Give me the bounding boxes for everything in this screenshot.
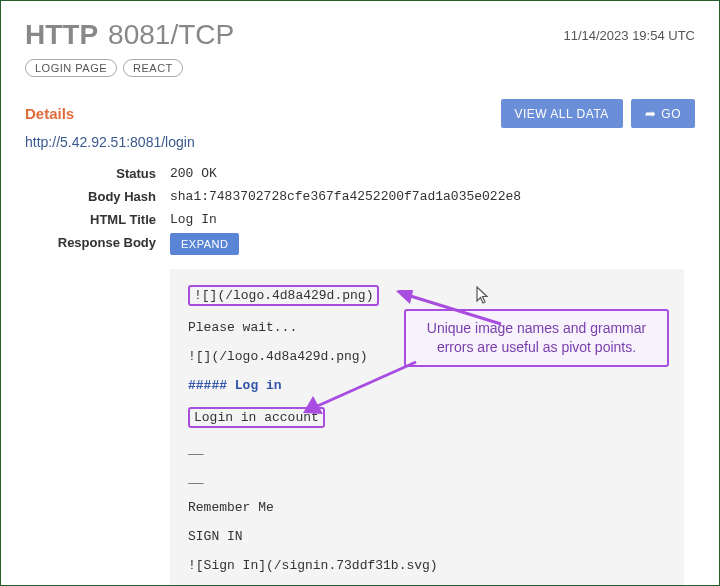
view-all-data-button[interactable]: VIEW ALL DATA	[501, 99, 623, 128]
go-button-label: GO	[661, 107, 681, 121]
scan-timestamp: 11/14/2023 19:54 UTC	[563, 28, 695, 43]
arrow-icon	[301, 358, 421, 418]
go-button[interactable]: ➦ GO	[631, 99, 695, 128]
port-protocol-label: 8081/TCP	[108, 19, 234, 51]
target-url[interactable]: http://5.42.92.51:8081/login	[25, 134, 695, 150]
protocol-label: HTTP	[25, 19, 98, 51]
html-title-value: Log In	[170, 210, 217, 227]
tag-react[interactable]: REACT	[123, 59, 183, 77]
body-line: Remember Me	[188, 500, 666, 515]
body-hash-value: sha1:7483702728cfe367fa4252200f7ad1a035e…	[170, 187, 521, 204]
body-hash-label: Body Hash	[25, 187, 170, 204]
html-title-label: HTML Title	[25, 210, 170, 227]
highlight-image-name: ![](/logo.4d8a429d.png)	[188, 285, 379, 306]
expand-button[interactable]: EXPAND	[170, 233, 239, 255]
body-line: __	[188, 471, 666, 486]
response-body-label: Response Body	[25, 233, 170, 250]
status-value: 200 OK	[170, 164, 217, 181]
body-line: ##### Log in	[188, 378, 666, 393]
arrow-icon	[396, 290, 506, 328]
body-line: SIGN IN	[188, 529, 666, 544]
tag-login-page[interactable]: LOGIN PAGE	[25, 59, 117, 77]
response-body-content: ![](/logo.4d8a429d.png) Please wait... !…	[170, 269, 684, 586]
body-line: __	[188, 442, 666, 457]
forward-icon: ➦	[645, 106, 657, 121]
details-heading: Details	[25, 105, 74, 122]
body-line: ![Sign In](/signin.73ddf31b.svg)	[188, 558, 666, 573]
status-label: Status	[25, 164, 170, 181]
service-tags: LOGIN PAGE REACT	[25, 59, 695, 77]
